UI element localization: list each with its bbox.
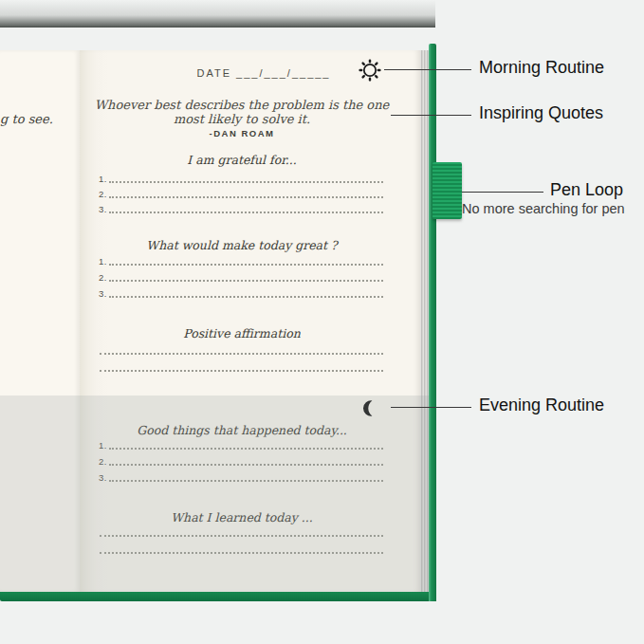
dotted-line xyxy=(109,169,383,183)
entry-line: 2. xyxy=(99,269,383,282)
left-page-line-fragment xyxy=(0,186,40,198)
left-page-line-fragment xyxy=(0,285,40,298)
dotted-line xyxy=(109,267,383,282)
journal-feature-image: g to see. DATE ___/___/_____ Whoever bes… xyxy=(0,0,644,644)
entry-number: 2. xyxy=(99,190,107,199)
heading-positive-affirmation: Positive affirmation xyxy=(90,326,394,340)
green-cover-bottom xyxy=(0,592,436,601)
entry-line: 1. xyxy=(99,171,383,183)
callout-line-morning xyxy=(384,69,471,70)
entry-number: 1. xyxy=(99,175,107,184)
heading-grateful: I am grateful for... xyxy=(90,153,394,167)
dotted-line xyxy=(109,284,383,298)
callout-label-evening: Evening Routine xyxy=(479,396,604,415)
book-top-edge xyxy=(0,0,435,28)
dotted-line xyxy=(109,199,383,213)
entry-line: 3. xyxy=(99,201,383,213)
quote-author: -DAN ROAM xyxy=(90,128,394,138)
dotted-line xyxy=(109,184,383,198)
entry-line: 1. xyxy=(99,253,383,266)
entry-number: 1. xyxy=(99,257,107,267)
entry-line xyxy=(100,359,383,372)
dotted-line xyxy=(100,340,383,355)
left-page-line-fragment xyxy=(0,342,40,355)
entry-line: 2. xyxy=(99,186,383,198)
callout-sublabel-pen-loop: No more searching for pen xyxy=(462,201,625,216)
entry-line: 3. xyxy=(99,285,383,298)
evening-shade-overlay xyxy=(0,396,429,592)
green-cover-spine xyxy=(429,44,436,601)
left-page-line-fragment xyxy=(0,269,40,282)
pen-loop-elastic xyxy=(432,162,462,219)
left-page-line-fragment xyxy=(0,253,40,266)
callout-line-evening xyxy=(391,407,471,408)
entry-line xyxy=(100,342,383,355)
left-page-line-fragment xyxy=(0,171,40,183)
callout-label-morning: Morning Routine xyxy=(479,58,604,78)
callout-line-quotes xyxy=(391,115,471,116)
left-page-line-fragment xyxy=(0,359,40,372)
quote-text-line2: most likely to solve it. xyxy=(90,112,394,126)
callout-label-pen-loop: Pen Loop xyxy=(550,180,623,200)
entry-number: 3. xyxy=(99,205,107,214)
quote-text-line1: Whoever best describes the problem is th… xyxy=(90,98,394,112)
heading-make-today-great: What would make today great ? xyxy=(90,238,394,252)
dotted-line xyxy=(100,358,383,372)
callout-label-quotes: Inspiring Quotes xyxy=(479,103,603,123)
entry-number: 3. xyxy=(99,289,107,299)
callout-line-pen-loop xyxy=(462,192,543,193)
quote-text: Whoever best describes the problem is th… xyxy=(90,98,394,126)
left-page-text-fragment: g to see. xyxy=(0,112,34,126)
sun-icon xyxy=(358,58,382,83)
dotted-line xyxy=(109,251,383,266)
left-page-line-fragment xyxy=(0,201,40,213)
entry-number: 2. xyxy=(99,273,107,283)
